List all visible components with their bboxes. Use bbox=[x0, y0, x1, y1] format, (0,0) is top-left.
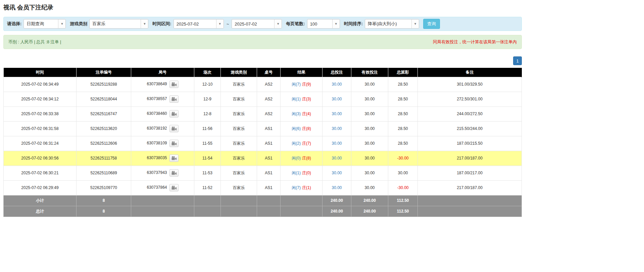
chevron-down-icon[interactable]: ▼ bbox=[141, 19, 148, 28]
chevron-down-icon[interactable]: ▼ bbox=[332, 19, 340, 28]
result-banker: 庄(9) bbox=[302, 82, 311, 87]
date-to-select[interactable]: 2025-07-02 ▼ bbox=[232, 19, 282, 29]
table-row[interactable]: 2025-07-02 06:31:58 522625113620 6307381… bbox=[4, 121, 522, 136]
bet-id-cell: 522625109770 bbox=[77, 180, 131, 195]
table-row[interactable]: 2025-07-02 06:30:21 522625110689 6307379… bbox=[4, 166, 522, 180]
table-no-cell: AS2 bbox=[257, 106, 281, 121]
page-size-select[interactable]: 100 ▼ bbox=[307, 19, 340, 29]
subtotal-total-bet: 240.00 bbox=[323, 195, 351, 206]
table-row[interactable]: 2025-07-02 06:30:56 522625111758 6307380… bbox=[4, 151, 522, 166]
page-title: 视讯 会员下注纪录 bbox=[3, 3, 522, 11]
result-banker: 庄(3) bbox=[302, 97, 311, 101]
session-cell: 12-9 bbox=[194, 92, 221, 106]
date-from-select[interactable]: 2025-07-02 ▼ bbox=[174, 19, 224, 29]
video-replay-button[interactable] bbox=[169, 184, 179, 191]
payout-cell: 28.50 bbox=[388, 106, 418, 121]
remark-cell: 215.50/244.00 bbox=[418, 121, 522, 136]
remark-cell: 187.00/215.50 bbox=[418, 136, 522, 151]
valid-bet-cell: 30.00 bbox=[351, 106, 388, 121]
session-cell: 11-52 bbox=[194, 180, 221, 195]
round-id: 630737864 bbox=[147, 185, 167, 190]
remark-cell: 301.00/329.50 bbox=[418, 77, 522, 92]
total-count: 8 bbox=[77, 206, 131, 217]
payout-cell: -30.00 bbox=[388, 151, 418, 166]
video-camera-icon bbox=[171, 127, 177, 131]
time-range-label: 时间区间: bbox=[152, 21, 171, 27]
video-camera-icon bbox=[171, 186, 177, 190]
result-cell: 闲(6)庄(8) bbox=[281, 121, 323, 136]
total-bet-cell: 30.00 bbox=[323, 92, 351, 106]
result-cell: 闲(7)庄(1) bbox=[281, 180, 323, 195]
result-player: 闲(1) bbox=[292, 97, 301, 101]
round-id: 630738109 bbox=[147, 141, 167, 145]
chevron-down-icon[interactable]: ▼ bbox=[274, 19, 282, 28]
video-replay-button[interactable] bbox=[169, 169, 179, 177]
table-no-cell: AS2 bbox=[257, 77, 281, 92]
page-button-1[interactable]: 1 bbox=[513, 56, 522, 65]
payout-cell: 28.50 bbox=[388, 121, 418, 136]
remark-cell: 217.00/187.00 bbox=[418, 151, 522, 166]
game-type-cell: 百家乐 bbox=[221, 151, 257, 166]
chevron-down-icon[interactable]: ▼ bbox=[216, 19, 224, 28]
total-bet-link[interactable]: 30.00 bbox=[332, 97, 342, 101]
col-header-round-id: 局号 bbox=[131, 68, 194, 77]
video-replay-button[interactable] bbox=[169, 154, 179, 162]
col-header-result: 结果 bbox=[281, 68, 323, 77]
round-id: 630738649 bbox=[147, 82, 167, 86]
game-type-cell: 百家乐 bbox=[221, 92, 257, 106]
total-bet-link[interactable]: 30.00 bbox=[332, 141, 342, 146]
total-bet-link[interactable]: 30.00 bbox=[332, 185, 342, 190]
game-type-cell: 百家乐 bbox=[221, 166, 257, 180]
time-sort-label: 时间排序: bbox=[344, 21, 363, 27]
result-player: 闲(6) bbox=[292, 126, 301, 131]
time-cell: 2025-07-02 06:30:21 bbox=[4, 166, 77, 180]
table-row[interactable]: 2025-07-02 06:34:49 522625119288 6307386… bbox=[4, 77, 522, 92]
round-id-cell: 630738460 bbox=[131, 106, 194, 121]
session-cell: 11-56 bbox=[194, 121, 221, 136]
table-row[interactable]: 2025-07-02 06:34:12 522625118044 6307385… bbox=[4, 92, 522, 106]
time-cell: 2025-07-02 06:34:12 bbox=[4, 92, 77, 106]
total-bet-link[interactable]: 30.00 bbox=[332, 156, 342, 161]
video-replay-button[interactable] bbox=[169, 81, 179, 88]
chevron-down-icon[interactable]: ▼ bbox=[58, 19, 65, 28]
query-button[interactable]: 查询 bbox=[423, 19, 440, 29]
total-bet-link[interactable]: 30.00 bbox=[332, 82, 342, 87]
bet-id-cell: 522625110689 bbox=[77, 166, 131, 180]
video-camera-icon bbox=[171, 141, 177, 145]
total-bet-cell: 30.00 bbox=[323, 121, 351, 136]
query-type-select[interactable]: 日期查询 ▼ bbox=[23, 19, 66, 29]
result-banker: 庄(1) bbox=[302, 185, 311, 190]
col-header-game-type: 游戏类别 bbox=[221, 68, 257, 77]
total-row: 总计 8 240.00 240.00 112.50 bbox=[4, 206, 522, 217]
total-bet-link[interactable]: 30.00 bbox=[332, 126, 342, 131]
table-no-cell: AS1 bbox=[257, 136, 281, 151]
total-bet-link[interactable]: 30.00 bbox=[332, 171, 342, 175]
col-header-total-bet: 总投注 bbox=[323, 68, 351, 77]
valid-bet-cell: 30.00 bbox=[351, 121, 388, 136]
result-banker: 庄(7) bbox=[302, 141, 311, 146]
video-replay-button[interactable] bbox=[169, 125, 179, 132]
table-row[interactable]: 2025-07-02 06:33:38 522625116747 6307384… bbox=[4, 106, 522, 121]
bet-id-cell: 522625112606 bbox=[77, 136, 131, 151]
date-from-value: 2025-07-02 bbox=[174, 19, 216, 28]
video-replay-button[interactable] bbox=[169, 95, 179, 103]
filter-bar: 请选择: 日期查询 ▼ 游戏类别 百家乐 ▼ 时间区间: 2025-07-02 … bbox=[3, 17, 522, 31]
table-row[interactable]: 2025-07-02 06:31:24 522625112606 6307381… bbox=[4, 136, 522, 151]
video-replay-button[interactable] bbox=[169, 110, 179, 118]
time-sort-select[interactable]: 降幂(由大到小) ▼ bbox=[365, 19, 419, 29]
video-camera-icon bbox=[171, 171, 177, 175]
total-bet-link[interactable]: 30.00 bbox=[332, 111, 342, 116]
total-label: 总计 bbox=[4, 206, 77, 217]
video-camera-icon bbox=[171, 112, 177, 116]
bet-id-cell: 522625113620 bbox=[77, 121, 131, 136]
table-row[interactable]: 2025-07-02 06:29:49 522625109770 6307378… bbox=[4, 180, 522, 195]
game-type-cell: 百家乐 bbox=[221, 136, 257, 151]
time-cell: 2025-07-02 06:30:56 bbox=[4, 151, 77, 166]
bet-id-cell: 522625111758 bbox=[77, 151, 131, 166]
video-replay-button[interactable] bbox=[169, 140, 179, 147]
chevron-down-icon[interactable]: ▼ bbox=[411, 19, 419, 28]
remark-cell: 187.00/217.00 bbox=[418, 166, 522, 180]
result-cell: 闲(1)庄(3) bbox=[281, 92, 323, 106]
game-type-select[interactable]: 百家乐 ▼ bbox=[89, 19, 148, 29]
round-id-cell: 630738035 bbox=[131, 151, 194, 166]
